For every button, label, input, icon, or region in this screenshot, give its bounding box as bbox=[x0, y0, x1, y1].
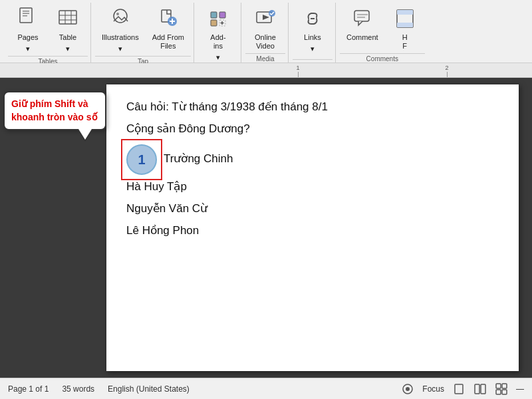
add-from-files-icon bbox=[156, 7, 180, 31]
toolbar-pages-button[interactable]: Pages ▾ bbox=[8, 3, 48, 56]
answer-text-2: Hà Huy Tập bbox=[126, 178, 187, 197]
links-arrow: ▾ bbox=[311, 45, 315, 53]
toolbar-group-comments: Comment HF Comments bbox=[337, 3, 428, 63]
toolbar-group-tables: Pages ▾ Table ▾ Tables bbox=[5, 3, 91, 63]
toolbar-illustrations-button[interactable]: Illustrations ▾ bbox=[95, 3, 146, 56]
illustrations-arrow: ▾ bbox=[118, 45, 122, 53]
page-content: Câu hỏi: Từ tháng 3/1938 đến tháng 8/1 C… bbox=[126, 98, 499, 241]
table-arrow: ▾ bbox=[66, 45, 70, 53]
main-area: Giữ phím Shift và khoanh tròn vào số Câu… bbox=[0, 78, 532, 378]
comment-icon bbox=[350, 7, 374, 31]
answer-item-1: 1 Trường Chinh bbox=[126, 143, 499, 176]
toolbar-group-tap: Illustrations ▾ Add FromFiles Tap bbox=[92, 3, 194, 63]
ruler: 1 2 bbox=[0, 63, 532, 78]
answer-item-4: Lê Hồng Phon bbox=[126, 220, 499, 242]
svg-rect-30 bbox=[397, 23, 413, 27]
question-line-1: Câu hỏi: Từ tháng 3/1938 đến tháng 8/1 bbox=[126, 98, 499, 117]
toolbar-group-links: Links ▾ bbox=[290, 3, 336, 63]
svg-rect-4 bbox=[59, 11, 76, 24]
illustrations-icon bbox=[108, 7, 132, 31]
question-line-2: Cộng sản Đông Dương? bbox=[126, 120, 499, 139]
svg-rect-39 bbox=[502, 390, 507, 394]
svg-rect-29 bbox=[397, 10, 413, 15]
toolbar: Pages ▾ Table ▾ Tables bbox=[0, 0, 532, 63]
toolbar-links-button[interactable]: Links ▾ bbox=[293, 3, 332, 56]
svg-point-9 bbox=[114, 9, 127, 23]
statusbar-words: 35 words bbox=[62, 384, 94, 394]
answer-text-1: Trường Chinh bbox=[164, 150, 233, 169]
callout-tooltip: Giữ phím Shift và khoanh tròn vào số bbox=[3, 91, 106, 130]
svg-rect-38 bbox=[496, 390, 501, 394]
statusbar-page: Page 1 of 1 bbox=[8, 384, 49, 394]
ruler-inner: 1 2 bbox=[106, 63, 532, 77]
left-gutter: Giữ phím Shift và khoanh tròn vào số bbox=[0, 78, 106, 378]
toolbar-group-media: OnlineVideo Media bbox=[243, 3, 289, 63]
svg-rect-36 bbox=[496, 384, 501, 388]
header-footer-icon bbox=[393, 7, 417, 31]
focus-button[interactable] bbox=[401, 382, 414, 396]
statusbar-language: English (United States) bbox=[108, 384, 190, 394]
answer-text-4: Lê Hồng Phon bbox=[126, 221, 199, 241]
pages-icon bbox=[16, 7, 40, 31]
focus-label[interactable]: Focus bbox=[422, 384, 444, 394]
media-group-label: Media bbox=[245, 53, 285, 64]
table-icon bbox=[56, 7, 80, 31]
ruler-mark-2: 2 bbox=[445, 65, 448, 71]
table-label: Table bbox=[59, 33, 76, 42]
toolbar-group-addins: Add-ins ▾ bbox=[196, 3, 241, 63]
svg-rect-37 bbox=[502, 384, 507, 388]
zoom-level: — bbox=[516, 384, 524, 394]
add-from-files-label: Add FromFiles bbox=[152, 33, 184, 51]
addins-icon bbox=[206, 7, 230, 31]
toolbar-header-footer-button[interactable]: HF bbox=[385, 3, 425, 53]
toolbar-comment-button[interactable]: Comment bbox=[340, 3, 385, 45]
answer-item-3: Nguyễn Văn Cừ bbox=[126, 198, 499, 220]
svg-rect-1 bbox=[23, 11, 29, 12]
view-grid-button[interactable] bbox=[495, 382, 508, 396]
toolbar-online-video-button[interactable]: OnlineVideo bbox=[245, 3, 285, 53]
online-video-icon bbox=[253, 7, 277, 31]
svg-rect-2 bbox=[23, 13, 29, 15]
header-footer-label: HF bbox=[402, 33, 408, 51]
addins-label: Add-ins bbox=[210, 33, 225, 51]
illustrations-label: Illustrations bbox=[102, 33, 139, 42]
pages-arrow: ▾ bbox=[26, 45, 30, 53]
links-group-label bbox=[293, 59, 332, 63]
svg-rect-35 bbox=[481, 384, 485, 394]
svg-point-32 bbox=[406, 387, 410, 391]
comment-label: Comment bbox=[346, 33, 378, 42]
circle-number-1: 1 bbox=[126, 144, 157, 175]
view-single-button[interactable] bbox=[452, 382, 466, 396]
svg-rect-34 bbox=[475, 384, 479, 394]
pages-label: Pages bbox=[17, 33, 38, 42]
svg-point-10 bbox=[116, 13, 119, 15]
svg-rect-15 bbox=[211, 12, 217, 18]
answer-text-3: Nguyễn Văn Cừ bbox=[126, 200, 207, 219]
toolbar-table-button[interactable]: Table ▾ bbox=[48, 3, 88, 56]
toolbar-add-from-files-button[interactable]: Add FromFiles bbox=[146, 3, 191, 53]
statusbar-right: Focus — bbox=[401, 382, 524, 396]
links-label: Links bbox=[304, 33, 321, 42]
view-double-button[interactable] bbox=[473, 382, 487, 396]
online-video-label: OnlineVideo bbox=[255, 33, 276, 51]
addins-arrow: ▾ bbox=[216, 53, 220, 62]
svg-rect-17 bbox=[211, 20, 217, 26]
svg-rect-25 bbox=[354, 11, 369, 21]
links-icon bbox=[301, 7, 325, 31]
svg-rect-16 bbox=[219, 12, 225, 18]
ruler-mark-1: 1 bbox=[296, 65, 299, 71]
document-page: Câu hỏi: Từ tháng 3/1938 đến tháng 8/1 C… bbox=[106, 84, 519, 371]
comments-group-label: Comments bbox=[340, 53, 425, 64]
highlighted-number-container: 1 bbox=[126, 144, 157, 175]
callout-text: Giữ phím Shift và khoanh tròn vào số bbox=[11, 98, 98, 122]
svg-marker-22 bbox=[263, 15, 269, 20]
answer-item-2: Hà Huy Tập bbox=[126, 176, 499, 198]
answer-list: 1 Trường Chinh Hà Huy Tập Nguyễn Văn Cừ … bbox=[126, 143, 499, 242]
svg-rect-3 bbox=[23, 15, 27, 17]
toolbar-addins-button[interactable]: Add-ins ▾ bbox=[198, 3, 238, 65]
statusbar: Page 1 of 1 35 words English (United Sta… bbox=[0, 378, 532, 399]
svg-rect-33 bbox=[455, 384, 463, 394]
